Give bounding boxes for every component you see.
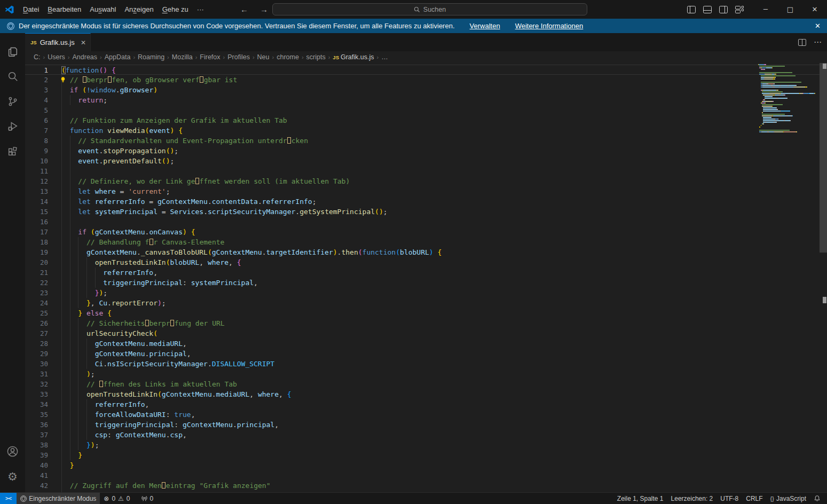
code-line-35[interactable]: 35 forceAllowDataURI: true,	[25, 410, 820, 420]
toggle-secondary-sidebar-icon[interactable]	[719, 6, 728, 13]
toggle-primary-sidebar-icon[interactable]	[687, 6, 696, 13]
explorer-icon[interactable]	[0, 38, 25, 64]
source-control-icon[interactable]	[0, 89, 25, 114]
code-line-6[interactable]: 6 // Funktion zum Anzeigen der Grafik im…	[25, 115, 820, 125]
notifications-bell-icon[interactable]	[810, 493, 827, 504]
remote-indicator[interactable]: ><	[0, 493, 17, 504]
code-line-31[interactable]: 31 );	[25, 369, 820, 379]
menu-anzeigen[interactable]: Anzeigen	[120, 3, 157, 15]
code-line-37[interactable]: 37 csp: gContextMenu.csp,	[25, 430, 820, 440]
extensions-icon[interactable]	[0, 139, 25, 164]
code-line-23[interactable]: 23 });	[25, 288, 820, 298]
menu-more[interactable]: ···	[193, 3, 208, 15]
code-line-16[interactable]: 16	[25, 217, 820, 227]
nav-forward-button[interactable]: →	[260, 5, 268, 14]
code-line-34[interactable]: 34 referrerInfo,	[25, 399, 820, 410]
code-line-8[interactable]: 8 // Standardverhalten und Event-Propaga…	[25, 136, 820, 146]
code-line-24[interactable]: 24 }, Cu.reportError);	[25, 298, 820, 308]
settings-gear-icon[interactable]: ⚙	[0, 464, 25, 489]
cursor-position-status[interactable]: Zeile 1, Spalte 1	[613, 493, 667, 504]
tab-close-icon[interactable]: ✕	[81, 39, 86, 46]
code-line-42[interactable]: 42 // Zugriff auf den Meneintrag "Grafik…	[25, 481, 820, 491]
breadcrumb-item[interactable]: Neu	[257, 53, 270, 61]
code-line-12[interactable]: 12 // Definiere, wo der Link geffnet wer…	[25, 176, 820, 186]
code-line-11[interactable]: 11	[25, 166, 820, 176]
problems-status[interactable]: ⊗ 0 ⚠ 0	[100, 493, 133, 504]
scrollbar-thumb[interactable]	[820, 63, 827, 253]
code-line-43[interactable]: 43 let menuItem = document.getElementByI…	[25, 491, 820, 492]
code-line-30[interactable]: 30 Ci.nsIScriptSecurityManager.DISALLOW_…	[25, 359, 820, 369]
language-mode-status[interactable]: {} JavaScript	[767, 493, 810, 504]
accounts-icon[interactable]	[0, 439, 25, 464]
breadcrumb-item[interactable]: Profiles	[227, 53, 250, 61]
code-line-27[interactable]: 27 urlSecurityCheck(	[25, 328, 820, 338]
code-line-20[interactable]: 20 openTrustedLinkIn(blobURL, where, {	[25, 257, 820, 267]
code-line-19[interactable]: 19 gContextMenu._canvasToBlobURL(gContex…	[25, 247, 820, 257]
editor-more-actions-icon[interactable]: ⋯	[814, 37, 822, 47]
menu-bearbeiten[interactable]: Bearbeiten	[43, 3, 85, 15]
code-line-3[interactable]: 3 if (!window.gBrowser)	[25, 85, 820, 95]
code-line-7[interactable]: 7 function viewMedia(event) {	[25, 125, 820, 136]
toggle-panel-icon[interactable]	[703, 6, 712, 13]
menu-gehe-zu[interactable]: Gehe zu	[158, 3, 193, 15]
indentation-status[interactable]: Leerzeichen: 2	[667, 493, 717, 504]
breadcrumb-item[interactable]: Users	[48, 53, 65, 61]
breadcrumb-overflow[interactable]: …	[381, 53, 388, 61]
code-line-4[interactable]: 4 return;	[25, 95, 820, 105]
code-line-25[interactable]: 25 } else {	[25, 308, 820, 318]
code-line-17[interactable]: 17 if (gContextMenu.onCanvas) {	[25, 227, 820, 237]
command-center-search[interactable]: Suchen	[272, 3, 587, 15]
breadcrumb-item[interactable]: scripts	[306, 53, 326, 61]
code-line-18[interactable]: 18 // Behandlung fr Canvas-Elemente	[25, 237, 820, 247]
code-line-38[interactable]: 38 });	[25, 440, 820, 450]
code-line-13[interactable]: 13 let where = 'current';	[25, 186, 820, 196]
code-line-40[interactable]: 40 }	[25, 460, 820, 470]
close-button[interactable]: ✕	[802, 0, 827, 19]
code-line-32[interactable]: 32 // ffnen des Links im aktuellen Tab	[25, 379, 820, 389]
encoding-status[interactable]: UTF-8	[716, 493, 742, 504]
run-debug-icon[interactable]	[0, 114, 25, 139]
code-line-41[interactable]: 41	[25, 470, 820, 481]
code-line-2[interactable]: 2 // berprfen, ob gBrowser verfgbar ist	[25, 75, 820, 85]
code-line-28[interactable]: 28 gContextMenu.mediaURL,	[25, 338, 820, 349]
vertical-scrollbar[interactable]	[820, 63, 827, 492]
breadcrumb-item[interactable]: Firefox	[200, 53, 220, 61]
breadcrumb-item[interactable]: C:	[34, 53, 41, 61]
ports-status[interactable]: 0	[137, 493, 157, 504]
code-line-29[interactable]: 29 gContextMenu.principal,	[25, 349, 820, 359]
code-line-22[interactable]: 22 triggeringPrincipal: systemPrincipal,	[25, 278, 820, 288]
code-editor[interactable]: 1(function() {2 // berprfen, ob gBrowser…	[25, 63, 827, 492]
breadcrumb-item[interactable]: chrome	[277, 53, 299, 61]
menu-datei[interactable]: Datei	[19, 3, 43, 15]
eol-status[interactable]: CRLF	[742, 493, 766, 504]
breadcrumb-item[interactable]: Andreas	[73, 53, 98, 61]
breadcrumb-item[interactable]: Mozilla	[172, 53, 193, 61]
banner-manage-link[interactable]: Verwalten	[470, 22, 500, 30]
code-line-5[interactable]: 5	[25, 105, 820, 115]
tab-grafik-us-js[interactable]: JS Grafik.us.js ✕	[25, 33, 91, 51]
breadcrumb-item[interactable]: AppData	[105, 53, 131, 61]
minimap[interactable]	[758, 64, 818, 133]
code-line-9[interactable]: 9 event.stopPropagation();	[25, 146, 820, 156]
banner-learn-more-link[interactable]: Weitere Informationen	[515, 22, 584, 30]
code-line-1[interactable]: 1(function() {	[25, 65, 820, 75]
code-line-39[interactable]: 39 }	[25, 450, 820, 460]
split-editor-icon[interactable]	[798, 39, 806, 46]
code-line-10[interactable]: 10 event.preventDefault();	[25, 156, 820, 166]
banner-close-icon[interactable]: ✕	[815, 22, 821, 30]
breadcrumb-file[interactable]: Grafik.us.js	[341, 53, 374, 61]
breadcrumb-item[interactable]: Roaming	[138, 53, 164, 61]
code-line-26[interactable]: 26 // Sicherheitsberprfung der URL	[25, 318, 820, 328]
code-line-36[interactable]: 36 triggeringPrincipal: gContextMenu.pri…	[25, 420, 820, 430]
customize-layout-icon[interactable]	[735, 6, 744, 13]
maximize-button[interactable]: □	[778, 0, 802, 19]
search-sidebar-icon[interactable]	[0, 64, 25, 89]
code-line-14[interactable]: 14 let referrerInfo = gContextMenu.conte…	[25, 196, 820, 207]
menu-auswahl[interactable]: Auswahl	[85, 3, 120, 15]
minimize-button[interactable]: ─	[753, 0, 778, 19]
nav-back-button[interactable]: ←	[240, 5, 248, 14]
code-line-33[interactable]: 33 openTrustedLinkIn(gContextMenu.mediaU…	[25, 389, 820, 399]
code-line-21[interactable]: 21 referrerInfo,	[25, 267, 820, 278]
restricted-mode-status[interactable]: Eingeschränkter Modus	[17, 493, 100, 504]
code-line-15[interactable]: 15 let systemPrincipal = Services.script…	[25, 207, 820, 217]
